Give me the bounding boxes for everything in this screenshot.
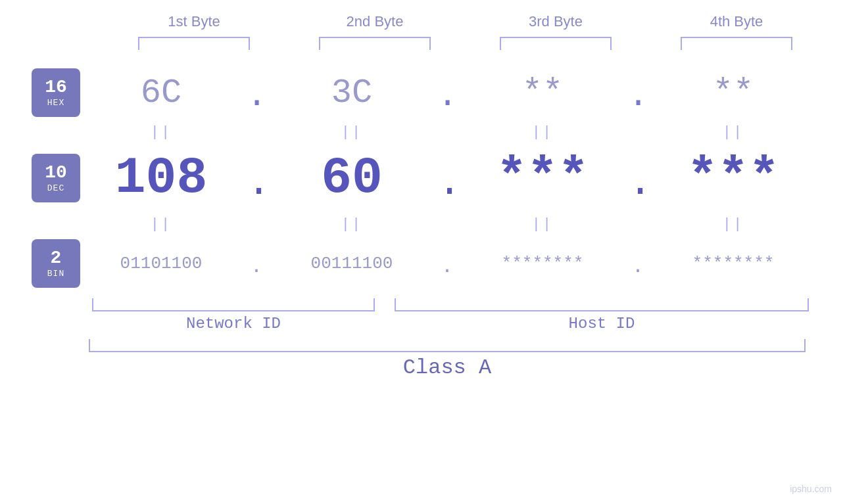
- dec-cell-4: ***: [667, 149, 799, 207]
- hex-dot-2: .: [437, 77, 457, 116]
- eq-cell-1: ||: [95, 124, 227, 141]
- bracket-4: [671, 37, 802, 50]
- dec-val-3: ***: [496, 149, 589, 207]
- hex-data-row: 6C . 3C . ** . **: [85, 63, 809, 122]
- dec-val-1: 108: [115, 149, 207, 207]
- badge-bin-row: 2 BIN: [32, 234, 85, 293]
- eq2-cell-1: ||: [95, 216, 227, 233]
- hex-badge-number: 16: [45, 78, 67, 98]
- bottom-brackets: [85, 298, 845, 311]
- data-rows: 6C . 3C . ** . ** || ||: [85, 63, 845, 380]
- hex-val-3: **: [522, 74, 563, 112]
- network-id-label: Network ID: [92, 315, 375, 332]
- byte-labels-row: 1st Byte 2nd Byte 3rd Byte 4th Byte: [104, 13, 827, 30]
- eq2-cell-2: ||: [286, 216, 418, 233]
- byte-label-2: 2nd Byte: [309, 13, 441, 30]
- dec-cell-2: 60: [286, 149, 418, 207]
- bin-cell-1: 01101100: [95, 254, 227, 273]
- badge-hex-row: 16 HEX: [32, 63, 85, 122]
- eq-cell-3: ||: [477, 124, 608, 141]
- bin-badge: 2 BIN: [32, 239, 80, 288]
- eq2-cell-4: ||: [667, 216, 799, 233]
- host-id-bracket: [395, 298, 809, 311]
- eq-cell-4: ||: [667, 124, 799, 141]
- eq2-spacer: [32, 214, 85, 234]
- eq-cell-2: ||: [286, 124, 418, 141]
- bin-cell-4: ********: [667, 254, 799, 273]
- byte-label-3: 3rd Byte: [490, 13, 621, 30]
- bracket-line-3: [500, 37, 612, 50]
- class-label: Class A: [403, 355, 491, 380]
- bracket-3: [490, 37, 621, 50]
- bracket-line-2: [319, 37, 431, 50]
- badges-column: 16 HEX 10 DEC 2 BIN: [0, 63, 85, 380]
- bracket-line-1: [138, 37, 250, 50]
- dec-badge: 10 DEC: [32, 154, 80, 202]
- dec-cell-1: 108: [95, 149, 227, 207]
- hex-dot-1: .: [247, 77, 266, 116]
- hex-dot-3: .: [628, 77, 648, 116]
- bracket-2: [309, 37, 441, 50]
- hex-val-2: 3C: [331, 74, 372, 112]
- dec-dot-2: .: [437, 160, 457, 206]
- host-id-label: Host ID: [395, 315, 809, 332]
- main-container: 1st Byte 2nd Byte 3rd Byte 4th Byte 16 H…: [0, 0, 845, 504]
- badge-dec-row: 10 DEC: [32, 142, 85, 214]
- hex-cell-3: **: [477, 74, 608, 112]
- bin-val-1: 01101100: [120, 254, 203, 273]
- dec-data-row: 108 . 60 . *** . ***: [85, 142, 809, 214]
- watermark: ipshu.com: [790, 484, 832, 494]
- bin-cell-2: 00111100: [286, 254, 418, 273]
- network-id-bracket: [92, 298, 375, 311]
- dec-dot-3: .: [628, 160, 648, 206]
- equals-row-2: || || || ||: [85, 214, 809, 234]
- bracket-line-4: [681, 37, 792, 50]
- bin-cell-3: ********: [477, 254, 608, 273]
- dec-cell-3: ***: [477, 149, 608, 207]
- bin-dot-1: .: [247, 256, 266, 278]
- dec-dot-1: .: [247, 160, 266, 206]
- bin-val-3: ********: [502, 254, 584, 273]
- hex-val-4: **: [713, 74, 754, 112]
- hex-cell-1: 6C: [95, 74, 227, 112]
- content-area: 16 HEX 10 DEC 2 BIN: [0, 63, 845, 380]
- hex-cell-2: 3C: [286, 74, 418, 112]
- bin-data-row: 01101100 . 00111100 . ******** . *******…: [85, 234, 809, 293]
- dec-val-2: 60: [321, 149, 383, 207]
- id-labels-row: Network ID Host ID: [85, 315, 809, 332]
- eq1-spacer: [32, 122, 85, 142]
- bin-dot-3: .: [628, 256, 648, 278]
- dec-val-4: ***: [687, 149, 779, 207]
- top-brackets: [104, 37, 827, 50]
- bracket-1: [128, 37, 260, 50]
- bin-dot-2: .: [437, 256, 457, 278]
- class-label-row: Class A: [85, 355, 809, 380]
- hex-val-1: 6C: [141, 74, 181, 112]
- class-bracket-row: [85, 339, 809, 352]
- bin-badge-number: 2: [51, 248, 62, 269]
- class-bracket: [89, 339, 806, 352]
- byte-label-4: 4th Byte: [671, 13, 802, 30]
- bin-badge-label: BIN: [47, 269, 64, 279]
- bin-val-4: ********: [692, 254, 775, 273]
- hex-badge-label: HEX: [47, 98, 64, 108]
- hex-badge: 16 HEX: [32, 68, 80, 117]
- dec-badge-number: 10: [45, 163, 67, 183]
- byte-label-1: 1st Byte: [128, 13, 260, 30]
- dec-badge-label: DEC: [47, 183, 64, 193]
- equals-row-1: || || || ||: [85, 122, 809, 142]
- hex-cell-4: **: [667, 74, 799, 112]
- eq2-cell-3: ||: [477, 216, 608, 233]
- bin-val-2: 00111100: [311, 254, 393, 273]
